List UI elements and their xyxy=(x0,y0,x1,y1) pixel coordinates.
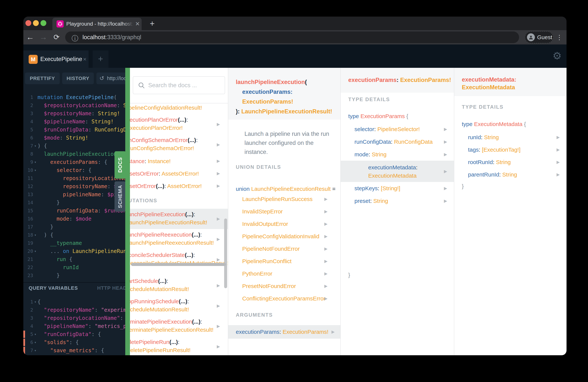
docs-item-deletePipelineRun[interactable]: deletePipelineRun(...):DeletePipelineRun… xyxy=(130,337,228,355)
docs-vertical-scrollbar[interactable] xyxy=(224,218,227,288)
docs-item-reconcileSchedulerState[interactable]: reconcileSchedulerState(...):ReconcileSc… xyxy=(130,249,228,270)
chevron-right-icon: ▶ xyxy=(444,139,447,145)
code-line-6[interactable]: 6 $mode: String! xyxy=(23,134,125,142)
tab-schema[interactable]: SCHEMA xyxy=(114,181,126,212)
chevron-right-icon: ▶ xyxy=(444,126,447,132)
tab-docs[interactable]: DOCS xyxy=(114,151,126,179)
docs-field-tags[interactable]: tags: [ExecutionTag!]▶ xyxy=(454,144,567,156)
close-tab-icon[interactable]: ✕ xyxy=(134,21,141,27)
prettify-button[interactable]: PRETTIFY xyxy=(25,72,60,84)
back-button[interactable]: ← xyxy=(25,32,35,42)
code-line-20[interactable]: 20▾ ... on LaunchPipelineRunSuccess { xyxy=(23,247,125,255)
code-line-2[interactable]: 2 "repositoryName": "experim xyxy=(23,306,125,314)
docs-field-preset[interactable]: preset: String▶ xyxy=(341,194,454,207)
reload-button[interactable]: ⟳ xyxy=(52,32,62,42)
code-line-5[interactable]: 5▾ "runConfigData": { xyxy=(23,330,125,338)
tab-http-headers[interactable]: HTTP HEADERS xyxy=(97,284,125,292)
docs-search-input[interactable]: Search the docs ... xyxy=(133,76,225,94)
docs-resize-handle[interactable] xyxy=(125,68,130,355)
docs-field-runConfigData[interactable]: runConfigData: RunConfigData▶ xyxy=(341,135,454,148)
code-line-21[interactable]: 21 run { xyxy=(23,255,125,263)
playground-tab-executepipeline[interactable]: M ExecutePipeline × xyxy=(23,50,88,68)
code-line-16[interactable]: 16 mode: $mode xyxy=(23,215,125,223)
reset-endpoint-icon[interactable]: ↺ xyxy=(100,72,104,84)
docs-item-stopRunningSchedule[interactable]: stopRunningSchedule(...):ScheduleMutatio… xyxy=(130,296,228,316)
docs-field-runId[interactable]: runId: String▶ xyxy=(454,131,567,144)
union-member-PresetNotFoundError[interactable]: PresetNotFoundError▶ xyxy=(242,280,340,292)
new-tab-button[interactable]: + xyxy=(148,20,156,28)
code-line-10[interactable]: 10▾ selector: { xyxy=(23,166,125,174)
code-line-23[interactable]: 23 } xyxy=(23,272,125,279)
docs-item-instance[interactable]: instance: Instance!▶ xyxy=(130,155,228,167)
docs-field-selector[interactable]: selector: PipelineSelector!▶ xyxy=(341,123,454,135)
docs-item-launchPipelineExecution[interactable]: launchPipelineExecution(...):LaunchPipel… xyxy=(130,209,228,229)
browser-menu-button[interactable]: ⋮ xyxy=(556,32,563,42)
union-member-InvalidStepError[interactable]: InvalidStepError▶ xyxy=(242,205,340,218)
code-line-19[interactable]: 19 __typename xyxy=(23,239,125,247)
close-window-button[interactable] xyxy=(25,20,31,26)
docs-item-launchPipelineReexecution[interactable]: launchPipelineReexecution(...):LaunchPip… xyxy=(130,229,228,249)
history-button[interactable]: HISTORY xyxy=(62,72,94,84)
variables-divider[interactable] xyxy=(23,282,125,283)
code-line-14[interactable]: 14 } xyxy=(23,198,125,207)
tab-query-variables[interactable]: QUERY VARIABLES xyxy=(29,284,78,292)
code-line-1[interactable]: 1▾{ xyxy=(23,298,125,306)
union-member-PipelineRunConflict[interactable]: PipelineRunConflict▶ xyxy=(242,255,340,268)
code-line-15[interactable]: 15 runConfigData: $runConfigData xyxy=(23,207,125,215)
forward-button[interactable]: → xyxy=(39,32,48,42)
docs-item[interactable]: PipelineConfigValidationResult! xyxy=(130,103,228,114)
union-member-InvalidOutputError[interactable]: InvalidOutputError▶ xyxy=(242,218,340,230)
docs-item-startSchedule[interactable]: startSchedule(...):ScheduleMutationResul… xyxy=(130,276,228,296)
code-line-2[interactable]: 2 $repositoryLocationName: String! xyxy=(23,101,125,109)
query-editor[interactable]: 1mutation ExecutePipeline(2 $repositoryL… xyxy=(23,93,125,279)
docs-field-rootRunId[interactable]: rootRunId: String▶ xyxy=(454,156,567,169)
code-line-4[interactable]: 4 "pipelineName": "metrics_p xyxy=(23,322,125,330)
code-line-7[interactable]: 7▾ "save_metrics": { xyxy=(23,346,125,355)
code-line-9[interactable]: 9▾ executionParams: { xyxy=(23,158,125,166)
endpoint-input[interactable]: ↺ http://localhost:3333/graphql xyxy=(96,72,125,84)
union-member-LaunchPipelineRunSuccess[interactable]: LaunchPipelineRunSuccess▶ xyxy=(242,193,340,205)
docs-horizontal-scrollbar[interactable] xyxy=(131,263,226,266)
code-line-22[interactable]: 22 runId xyxy=(23,263,125,272)
profile-button[interactable]: Guest xyxy=(525,31,553,43)
code-line-12[interactable]: 12 repositoryName: $repositoryName xyxy=(23,182,125,191)
code-line-7[interactable]: 7▾) { xyxy=(23,142,125,150)
union-member-PipelineNotFoundError[interactable]: PipelineNotFoundError▶ xyxy=(242,243,340,255)
new-playground-tab-button[interactable]: + xyxy=(93,50,108,68)
code-line-6[interactable]: 6▾ "solids": { xyxy=(23,338,125,346)
browser-tab[interactable]: Playground - http://localhost:3 ✕ xyxy=(52,18,142,30)
close-playground-tab-icon[interactable]: × xyxy=(81,55,88,63)
code-line-11[interactable]: 11 repositoryLocationName: $repositoryLo… xyxy=(23,174,125,182)
code-line-13[interactable]: 13 pipelineName: $pipelineName xyxy=(23,191,125,198)
code-line-4[interactable]: 4 $pipelineName: String! xyxy=(23,118,125,126)
docs-field-mode[interactable]: mode: String▶ xyxy=(341,148,454,161)
union-member-PythonError[interactable]: PythonError▶ xyxy=(242,268,340,280)
docs-item-executionParams-arg[interactable]: executionParams: ExecutionParams! ▶ xyxy=(228,325,340,339)
minimize-window-button[interactable] xyxy=(33,20,39,26)
docs-item-assetsOrError[interactable]: assetsOrError: AssetsOrError!▶ xyxy=(130,167,228,180)
code-line-17[interactable]: 17 } xyxy=(23,223,125,231)
docs-field-executionMetadata[interactable]: executionMetadata:ExecutionMetadata▶ xyxy=(341,161,454,182)
docs-field-stepKeys[interactable]: stepKeys: [String!]▶ xyxy=(341,182,454,194)
code-line-8[interactable]: 8 launchPipelineExecution( xyxy=(23,150,125,158)
zoom-window-button[interactable] xyxy=(41,20,46,26)
code-line-3[interactable]: 3 $repositoryName: String! xyxy=(23,109,125,118)
docs-item-assetOrError[interactable]: assetOrError(...): AssetOrError!▶ xyxy=(130,180,228,192)
docs-item-executionPlanOrError[interactable]: executionPlanOrError(...):ExecutionPlanO… xyxy=(130,114,228,134)
union-member-PipelineConfigValidationInvalid[interactable]: PipelineConfigValidationInvalid▶ xyxy=(242,230,340,243)
chevron-right-icon: ▶ xyxy=(217,142,220,148)
code-line-1[interactable]: 1mutation ExecutePipeline( xyxy=(23,93,125,101)
union-member-ConflictingExecutionParamsError[interactable]: ConflictingExecutionParamsError▶ xyxy=(242,292,340,305)
code-line-3[interactable]: 3 "repositoryLocationName": xyxy=(23,314,125,322)
code-line-5[interactable]: 5 $runConfigData: RunConfigData! xyxy=(23,126,125,134)
executionparams-fields: selector: PipelineSelector!▶runConfigDat… xyxy=(341,123,454,207)
query-variables-editor[interactable]: 1▾{2 "repositoryName": "experim3 "reposi… xyxy=(23,298,125,355)
docs-item-runConfigSchemaOrError[interactable]: runConfigSchemaOrError(...):RunConfigSch… xyxy=(130,134,228,155)
address-bar[interactable]: ⓘ localhost:3333/graphql xyxy=(65,31,519,43)
site-info-icon[interactable]: ⓘ xyxy=(72,34,78,43)
docs-item-terminatePipelineExecution[interactable]: terminatePipelineExecution(...):Terminat… xyxy=(130,316,228,337)
docs-field-parentRunId[interactable]: parentRunId: String▶ xyxy=(454,169,567,181)
settings-gear-icon[interactable]: ⚙ xyxy=(551,50,563,62)
signature-arg-name: executionParams: xyxy=(242,88,293,95)
code-line-18[interactable]: 18▾ ) { xyxy=(23,231,125,239)
